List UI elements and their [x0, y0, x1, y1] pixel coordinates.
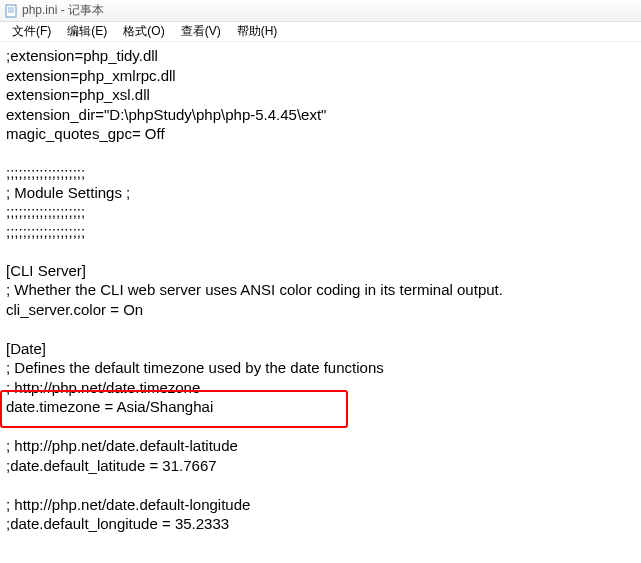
- text-editor-content[interactable]: ;extension=php_tidy.dllextension=php_xml…: [0, 42, 641, 563]
- text-line: ;;;;;;;;;;;;;;;;;;;: [6, 222, 635, 242]
- text-line: [CLI Server]: [6, 261, 635, 281]
- window-titlebar: php.ini - 记事本: [0, 0, 641, 22]
- text-line: ; http://php.net/date.default-latitude: [6, 436, 635, 456]
- text-line: [6, 241, 635, 261]
- menubar: 文件(F) 编辑(E) 格式(O) 查看(V) 帮助(H): [0, 22, 641, 42]
- text-line: ;date.default_longitude = 35.2333: [6, 514, 635, 534]
- text-line: cli_server.color = On: [6, 300, 635, 320]
- menu-help[interactable]: 帮助(H): [229, 21, 286, 42]
- text-line: ; Module Settings ;: [6, 183, 635, 203]
- text-line: ; Defines the default timezone used by t…: [6, 358, 635, 378]
- text-line: [6, 144, 635, 164]
- text-line: extension=php_xsl.dll: [6, 85, 635, 105]
- text-line: [6, 319, 635, 339]
- text-line: ;;;;;;;;;;;;;;;;;;;: [6, 202, 635, 222]
- notepad-icon: [4, 4, 18, 18]
- text-line: ; http://php.net/date.default-longitude: [6, 495, 635, 515]
- window-title: php.ini - 记事本: [22, 2, 104, 19]
- menu-file[interactable]: 文件(F): [4, 21, 59, 42]
- menu-edit[interactable]: 编辑(E): [59, 21, 115, 42]
- text-line: ;date.default_latitude = 31.7667: [6, 456, 635, 476]
- svg-rect-0: [6, 5, 16, 17]
- text-line: extension_dir="D:\phpStudy\php\php-5.4.4…: [6, 105, 635, 125]
- text-line: ; Whether the CLI web server uses ANSI c…: [6, 280, 635, 300]
- text-line: [Date]: [6, 339, 635, 359]
- text-line: date.timezone = Asia/Shanghai: [6, 397, 635, 417]
- menu-format[interactable]: 格式(O): [115, 21, 172, 42]
- text-line: extension=php_xmlrpc.dll: [6, 66, 635, 86]
- menu-view[interactable]: 查看(V): [173, 21, 229, 42]
- text-line: ;extension=php_tidy.dll: [6, 46, 635, 66]
- text-line: [6, 417, 635, 437]
- text-line: ; http://php.net/date.timezone: [6, 378, 635, 398]
- text-line: [6, 475, 635, 495]
- text-line: magic_quotes_gpc= Off: [6, 124, 635, 144]
- text-line: ;;;;;;;;;;;;;;;;;;;: [6, 163, 635, 183]
